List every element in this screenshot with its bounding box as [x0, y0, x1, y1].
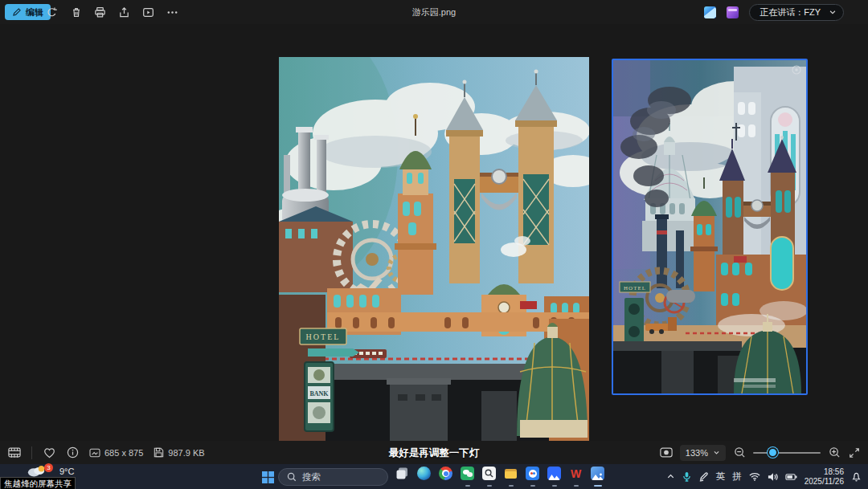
save-icon	[154, 447, 164, 458]
screen-share-app-icon[interactable]	[704, 6, 716, 18]
image-dimensions: 685 x 875	[89, 448, 143, 458]
delete-button[interactable]	[69, 6, 83, 19]
windows-logo-icon	[262, 471, 274, 483]
chevron-down-icon	[829, 8, 837, 16]
zoom-slider[interactable]	[753, 446, 821, 459]
thumb-hotel-sign-text: HOTEL	[624, 285, 646, 291]
screen-share-banner: 焦越烽的屏幕共享	[0, 477, 76, 489]
ime-pinyin-indicator[interactable]: 拼	[732, 471, 742, 483]
chevron-down-icon	[713, 449, 720, 456]
microphone-tray-icon[interactable]	[682, 471, 691, 482]
favorite-button[interactable]	[43, 446, 55, 459]
widgets-weather-button[interactable]: 3 9°C	[27, 465, 74, 477]
weather-badge: 3	[44, 463, 53, 472]
taskbar-clock[interactable]: 18:56 2025/11/26	[805, 467, 844, 487]
wechat-app-icon[interactable]	[461, 467, 474, 487]
filmstrip-toggle-button[interactable]	[8, 446, 21, 459]
edit-button-label: 编辑	[26, 6, 43, 18]
start-button[interactable]	[259, 468, 276, 486]
share-button[interactable]	[117, 6, 131, 19]
pencil-icon	[12, 7, 22, 17]
file-explorer-app-icon[interactable]	[504, 467, 518, 487]
clock-date: 2025/11/26	[805, 477, 844, 487]
slideshow-button[interactable]	[141, 6, 155, 19]
overlay-caption: 最好是再调整一下灯	[389, 446, 480, 459]
battery-icon[interactable]	[785, 473, 797, 481]
speaking-indicator-pill[interactable]: 正在讲话：FZY	[749, 4, 844, 21]
search-icon	[287, 472, 297, 482]
system-tray: 英 拼 18:56 2025/11/26	[666, 464, 862, 489]
main-photo[interactable]: HOTEL BANK	[279, 57, 589, 454]
cloud-icon	[27, 465, 46, 477]
rotate-button[interactable]	[45, 6, 59, 19]
zoom-level-dropdown[interactable]: 133%	[680, 445, 726, 461]
hotel-sign-text: HOTEL	[306, 332, 341, 341]
zoom-out-button[interactable]	[733, 446, 746, 459]
more-options-button[interactable]	[166, 6, 179, 19]
print-button[interactable]	[93, 6, 107, 19]
bank-sign-text: BANK	[309, 390, 329, 397]
clock-time: 18:56	[805, 467, 844, 477]
zoom-slider-thumb[interactable]	[768, 447, 778, 458]
speaking-label: 正在讲话：FZY	[760, 6, 821, 18]
ime-english-indicator[interactable]: 英	[716, 471, 726, 483]
zoom-level-value: 133%	[686, 448, 708, 458]
screenshot-tool-app-icon[interactable]	[482, 467, 496, 487]
dimensions-icon	[89, 448, 100, 458]
weather-temp: 9°C	[59, 467, 74, 476]
fullscreen-button[interactable]	[848, 446, 861, 459]
purple-app-icon[interactable]	[727, 6, 739, 18]
wps-app-icon[interactable]: W	[569, 467, 583, 487]
chrome-app-icon[interactable]	[439, 467, 452, 487]
variant-thumbnail-selected[interactable]: HOTEL	[612, 59, 808, 395]
notification-bell-icon[interactable]	[851, 471, 862, 482]
info-button[interactable]	[66, 446, 79, 459]
edit-button[interactable]: 编辑	[5, 4, 51, 20]
volume-icon[interactable]	[768, 472, 778, 482]
wifi-icon[interactable]	[749, 472, 760, 481]
tray-chevron-up-icon[interactable]	[666, 472, 675, 481]
artist-watermark	[734, 378, 776, 382]
lanhu-app-icon[interactable]	[547, 467, 561, 487]
titlebar: 编辑 游乐园.png	[0, 0, 868, 24]
statusbar-divider	[31, 446, 32, 459]
meeting-app-icon[interactable]	[526, 467, 539, 487]
photos-app-icon[interactable]	[591, 467, 604, 487]
fit-to-window-button[interactable]	[660, 446, 673, 459]
pen-tray-icon[interactable]	[698, 471, 709, 482]
search-placeholder: 搜索	[302, 471, 321, 483]
edge-app-icon[interactable]	[417, 467, 431, 487]
photos-app-window: 编辑 游乐园.png	[0, 0, 868, 489]
file-size: 987.9 KB	[154, 447, 204, 458]
task-view-button[interactable]	[395, 467, 409, 487]
viewer-canvas: HOTEL BANK	[0, 24, 868, 441]
statusbar: 685 x 875 987.9 KB 最好是再调整一下灯 133%	[0, 441, 868, 464]
taskbar-search-box[interactable]: 搜索	[278, 468, 388, 486]
zoom-in-button[interactable]	[828, 446, 841, 459]
